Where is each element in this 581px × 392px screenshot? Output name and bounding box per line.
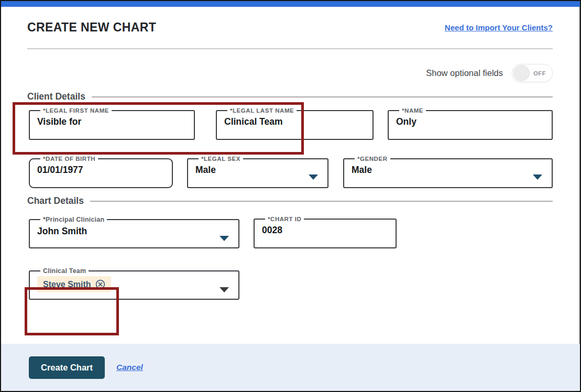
name-label: *NAME [399, 107, 426, 114]
create-new-chart-dialog: CREATE NEW CHART Need to Import Your Cli… [0, 0, 581, 392]
legal-first-name-field[interactable]: *LEGAL FIRST NAME Visible for [29, 107, 195, 140]
legal-last-name-value: Clinical Team [224, 116, 365, 127]
dropdown-arrow-icon[interactable] [309, 175, 318, 180]
optional-fields-row: Show optional fields OFF [426, 64, 553, 82]
client-details-row-2: *DATE OF BIRTH 01/01/1977 *LEGAL SEX Mal… [29, 156, 580, 188]
remove-chip-icon[interactable] [95, 279, 105, 289]
legal-last-name-label: *LEGAL LAST NAME [227, 107, 297, 114]
cancel-link[interactable]: Cancel [116, 363, 143, 372]
legal-first-name-label: *LEGAL FIRST NAME [40, 107, 112, 114]
chart-details-row-1: *Principal Clinician John Smith *CHART I… [29, 216, 580, 248]
gender-value: Male [352, 165, 544, 176]
header-divider [27, 48, 553, 49]
client-details-section-heading: Client Details [27, 91, 553, 102]
create-chart-button[interactable]: Create Chart [29, 356, 105, 379]
gender-select[interactable]: *GENDER Male [343, 156, 553, 188]
legal-sex-select[interactable]: *LEGAL SEX Male [187, 156, 328, 188]
date-of-birth-label: *DATE OF BIRTH [40, 156, 98, 162]
principal-clinician-label: *Principal Clinician [40, 216, 107, 223]
optional-fields-toggle[interactable]: OFF [512, 64, 553, 82]
dropdown-arrow-icon[interactable] [533, 175, 542, 180]
principal-clinician-select[interactable]: *Principal Clinician John Smith [29, 216, 239, 248]
chart-id-field[interactable]: *CHART ID 0028 [254, 216, 397, 248]
import-clients-link[interactable]: Need to Import Your Clients? [445, 23, 553, 32]
legal-sex-label: *LEGAL SEX [199, 156, 243, 162]
dropdown-arrow-icon[interactable] [220, 287, 229, 292]
principal-clinician-value: John Smith [37, 226, 231, 237]
chart-details-row-2: Clinical Team Steve Smith [29, 267, 580, 300]
toggle-knob-icon[interactable] [513, 65, 530, 81]
legal-sex-value: Male [195, 165, 320, 176]
chart-details-section-heading: Chart Details [27, 195, 553, 206]
name-value: Only [396, 116, 544, 127]
date-of-birth-field[interactable]: *DATE OF BIRTH 01/01/1977 [29, 156, 173, 188]
name-field[interactable]: *NAME Only [388, 107, 553, 140]
footer-action-bar: Create Chart Cancel [1, 344, 580, 391]
toggle-state-label: OFF [533, 70, 552, 77]
legal-last-name-field[interactable]: *LEGAL LAST NAME Clinical Team [216, 107, 374, 140]
clinical-team-select[interactable]: Clinical Team Steve Smith [29, 267, 239, 300]
section-divider [90, 201, 553, 202]
legal-first-name-value: Visible for [37, 116, 187, 127]
clinical-team-chip: Steve Smith [37, 276, 111, 292]
optional-fields-label: Show optional fields [426, 68, 503, 78]
top-accent-bar [1, 1, 580, 7]
client-details-row-1: *LEGAL FIRST NAME Visible for *LEGAL LAS… [29, 107, 580, 140]
chart-id-label: *CHART ID [265, 216, 304, 222]
gender-label: *GENDER [355, 156, 390, 162]
chart-details-heading-label: Chart Details [27, 195, 84, 206]
clinical-team-label: Clinical Team [40, 267, 89, 275]
clinical-team-chip-label: Steve Smith [43, 280, 91, 289]
chart-id-value: 0028 [262, 225, 388, 236]
dropdown-arrow-icon[interactable] [220, 236, 229, 241]
date-of-birth-value: 01/01/1977 [37, 165, 165, 176]
client-details-heading-label: Client Details [27, 91, 85, 102]
section-divider [92, 96, 553, 97]
